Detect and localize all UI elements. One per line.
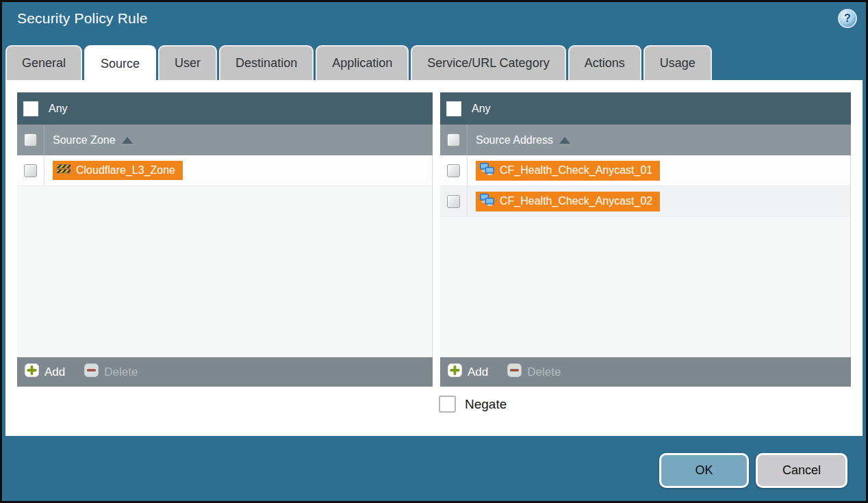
negate-label: Negate — [465, 397, 507, 412]
delete-label: Delete — [104, 365, 138, 379]
source-zone-list: Cloudflare_L3_Zone — [17, 155, 433, 357]
source-address-select-all-checkbox[interactable] — [447, 133, 460, 146]
address-entry-tag[interactable]: CF_Health_Check_Anycast_01 — [476, 161, 660, 181]
add-button[interactable]: Add — [448, 363, 488, 381]
delete-button[interactable]: Delete — [84, 363, 138, 381]
source-address-toolbar: Add Delete — [440, 357, 851, 387]
tab-destination[interactable]: Destination — [219, 45, 314, 80]
tab-user[interactable]: User — [158, 45, 217, 80]
address-icon — [480, 194, 494, 209]
source-zone-panel: Any Source Zone — [17, 92, 433, 387]
page-title: Security Policy Rule — [17, 10, 148, 27]
tab-bar: General Source User Destination Applicat… — [5, 45, 712, 81]
sort-ascending-icon — [122, 137, 133, 144]
delete-button[interactable]: Delete — [507, 363, 561, 381]
zone-entry-label: Cloudflare_L3_Zone — [76, 164, 175, 177]
zone-entry-tag[interactable]: Cloudflare_L3_Zone — [53, 161, 183, 180]
delete-label: Delete — [527, 365, 561, 379]
row-checkbox[interactable] — [447, 164, 460, 177]
source-address-any-row: Any — [440, 92, 851, 125]
security-policy-rule-dialog: Security Policy Rule ? General Source Us… — [0, 0, 868, 503]
delete-icon — [84, 363, 99, 381]
source-zone-any-row: Any — [17, 92, 433, 125]
source-zone-select-all-cell — [17, 125, 44, 155]
add-label: Add — [468, 365, 488, 379]
source-address-any-label: Any — [472, 103, 491, 115]
negate-checkbox[interactable] — [439, 396, 456, 413]
tab-source[interactable]: Source — [84, 45, 156, 81]
address-entry-label: CF_Health_Check_Anycast_02 — [500, 195, 652, 207]
source-zone-column-header[interactable]: Source Zone — [53, 134, 133, 146]
source-address-select-all-cell — [440, 125, 468, 155]
source-address-column-header[interactable]: Source Address — [476, 134, 570, 146]
table-row[interactable]: Cloudflare_L3_Zone — [17, 155, 432, 186]
tab-application[interactable]: Application — [316, 45, 409, 80]
tab-general[interactable]: General — [5, 45, 82, 80]
source-address-column-label: Source Address — [476, 134, 553, 146]
add-icon — [448, 363, 462, 381]
address-entry-label: CF_Health_Check_Anycast_01 — [500, 164, 652, 177]
source-zone-toolbar: Add Delete — [17, 357, 433, 387]
delete-icon — [507, 363, 522, 381]
negate-row: Negate — [439, 396, 507, 413]
table-row[interactable]: CF_Health_Check_Anycast_01 — [440, 155, 850, 186]
source-zone-column-header-row: Source Zone — [17, 125, 433, 155]
address-entry-tag[interactable]: CF_Health_Check_Anycast_02 — [476, 192, 660, 211]
row-checkbox[interactable] — [24, 164, 37, 177]
zone-icon — [57, 163, 71, 177]
add-button[interactable]: Add — [25, 363, 65, 381]
source-zone-column-label: Source Zone — [53, 134, 116, 146]
table-row[interactable]: CF_Health_Check_Anycast_02 — [440, 186, 850, 217]
sort-ascending-icon — [559, 137, 570, 144]
source-tab-content: Any Source Zone — [5, 80, 863, 436]
tab-actions[interactable]: Actions — [568, 45, 641, 80]
source-zone-any-checkbox[interactable] — [23, 101, 38, 116]
source-address-list: CF_Health_Check_Anycast_01 — [440, 155, 851, 357]
source-zone-select-all-checkbox[interactable] — [24, 133, 37, 146]
ok-button[interactable]: OK — [659, 453, 749, 488]
source-address-panel: Any Source Address — [440, 92, 851, 387]
row-checkbox[interactable] — [447, 195, 460, 208]
cancel-button[interactable]: Cancel — [756, 453, 847, 488]
add-label: Add — [44, 365, 65, 379]
source-address-column-header-row: Source Address — [440, 125, 851, 155]
tab-usage[interactable]: Usage — [643, 45, 712, 80]
source-address-any-checkbox[interactable] — [446, 101, 461, 116]
address-icon — [480, 163, 494, 178]
add-icon — [25, 363, 39, 381]
source-zone-any-label: Any — [49, 103, 68, 115]
tab-service-url-category[interactable]: Service/URL Category — [411, 45, 565, 80]
help-icon[interactable]: ? — [838, 9, 857, 28]
